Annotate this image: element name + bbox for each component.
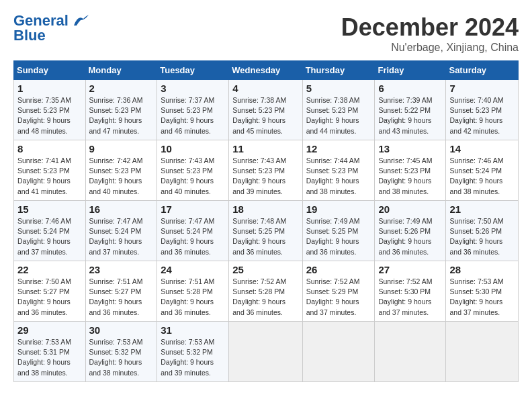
weekday-header-monday: Monday [85, 61, 157, 80]
day-detail: Sunrise: 7:38 AMSunset: 5:23 PMDaylight:… [232, 96, 286, 135]
day-number: 31 [161, 324, 225, 336]
day-detail: Sunrise: 7:52 AMSunset: 5:28 PMDaylight:… [232, 277, 286, 316]
day-number: 18 [232, 203, 298, 215]
calendar-day-cell: 11 Sunrise: 7:43 AMSunset: 5:23 PMDaylig… [229, 140, 302, 201]
calendar-week-row: 22 Sunrise: 7:50 AMSunset: 5:27 PMDaylig… [14, 261, 519, 322]
calendar-day-cell: 28 Sunrise: 7:53 AMSunset: 5:30 PMDaylig… [446, 261, 519, 322]
calendar-day-cell: 2 Sunrise: 7:36 AMSunset: 5:23 PMDayligh… [85, 80, 157, 140]
weekday-header-saturday: Saturday [446, 61, 519, 80]
calendar-day-cell: 23 Sunrise: 7:51 AMSunset: 5:27 PMDaylig… [85, 261, 157, 322]
calendar-day-cell: 9 Sunrise: 7:42 AMSunset: 5:23 PMDayligh… [85, 140, 157, 201]
day-number: 28 [449, 264, 515, 275]
weekday-header-sunday: Sunday [14, 61, 86, 80]
day-detail: Sunrise: 7:53 AMSunset: 5:31 PMDaylight:… [17, 338, 71, 377]
location-title: Nu'erbage, Xinjiang, China [341, 42, 519, 54]
day-number: 23 [89, 264, 154, 275]
calendar-day-cell: 4 Sunrise: 7:38 AMSunset: 5:23 PMDayligh… [229, 80, 302, 140]
day-number: 25 [232, 264, 298, 275]
day-number: 24 [161, 264, 225, 275]
calendar-day-cell: 22 Sunrise: 7:50 AMSunset: 5:27 PMDaylig… [14, 261, 86, 322]
day-number: 8 [17, 143, 82, 154]
day-detail: Sunrise: 7:48 AMSunset: 5:25 PMDaylight:… [232, 217, 286, 256]
day-number: 16 [89, 203, 154, 215]
day-detail: Sunrise: 7:53 AMSunset: 5:30 PMDaylight:… [449, 277, 503, 316]
calendar-day-cell: 10 Sunrise: 7:43 AMSunset: 5:23 PMDaylig… [157, 140, 229, 201]
calendar-day-cell: 30 Sunrise: 7:53 AMSunset: 5:32 PMDaylig… [85, 322, 157, 382]
day-number: 15 [17, 203, 82, 215]
calendar-day-cell [375, 322, 446, 382]
day-detail: Sunrise: 7:40 AMSunset: 5:23 PMDaylight:… [449, 96, 503, 135]
day-number: 11 [232, 143, 298, 154]
day-detail: Sunrise: 7:37 AMSunset: 5:23 PMDaylight:… [161, 96, 214, 135]
calendar-week-row: 29 Sunrise: 7:53 AMSunset: 5:31 PMDaylig… [14, 322, 519, 382]
header: General Blue December 2024 Nu'erbage, Xi… [13, 13, 519, 54]
calendar-day-cell: 17 Sunrise: 7:47 AMSunset: 5:24 PMDaylig… [157, 201, 229, 261]
day-number: 7 [449, 83, 515, 94]
calendar-day-cell: 1 Sunrise: 7:35 AMSunset: 5:23 PMDayligh… [14, 80, 86, 140]
day-number: 13 [378, 143, 442, 154]
calendar-day-cell: 27 Sunrise: 7:52 AMSunset: 5:30 PMDaylig… [375, 261, 446, 322]
day-detail: Sunrise: 7:42 AMSunset: 5:23 PMDaylight:… [89, 156, 143, 195]
calendar-day-cell: 16 Sunrise: 7:47 AMSunset: 5:24 PMDaylig… [85, 201, 157, 261]
calendar-week-row: 15 Sunrise: 7:46 AMSunset: 5:24 PMDaylig… [14, 201, 519, 261]
day-detail: Sunrise: 7:46 AMSunset: 5:24 PMDaylight:… [449, 156, 503, 195]
day-detail: Sunrise: 7:53 AMSunset: 5:32 PMDaylight:… [89, 338, 143, 377]
day-detail: Sunrise: 7:46 AMSunset: 5:24 PMDaylight:… [17, 217, 71, 256]
calendar-week-row: 8 Sunrise: 7:41 AMSunset: 5:23 PMDayligh… [14, 140, 519, 201]
day-detail: Sunrise: 7:43 AMSunset: 5:23 PMDaylight:… [161, 156, 214, 195]
calendar-day-cell: 31 Sunrise: 7:53 AMSunset: 5:32 PMDaylig… [157, 322, 229, 382]
day-detail: Sunrise: 7:36 AMSunset: 5:23 PMDaylight:… [89, 96, 143, 135]
day-detail: Sunrise: 7:52 AMSunset: 5:30 PMDaylight:… [378, 277, 432, 316]
calendar-day-cell: 21 Sunrise: 7:50 AMSunset: 5:26 PMDaylig… [446, 201, 519, 261]
calendar-day-cell: 14 Sunrise: 7:46 AMSunset: 5:24 PMDaylig… [446, 140, 519, 201]
calendar-day-cell: 13 Sunrise: 7:45 AMSunset: 5:23 PMDaylig… [375, 140, 446, 201]
weekday-header-friday: Friday [375, 61, 446, 80]
calendar-day-cell: 19 Sunrise: 7:49 AMSunset: 5:25 PMDaylig… [302, 201, 375, 261]
day-number: 17 [161, 203, 225, 215]
calendar-day-cell: 15 Sunrise: 7:46 AMSunset: 5:24 PMDaylig… [14, 201, 86, 261]
weekday-header-row: SundayMondayTuesdayWednesdayThursdayFrid… [14, 61, 519, 80]
calendar-day-cell: 29 Sunrise: 7:53 AMSunset: 5:31 PMDaylig… [14, 322, 86, 382]
calendar-day-cell: 25 Sunrise: 7:52 AMSunset: 5:28 PMDaylig… [229, 261, 302, 322]
weekday-header-thursday: Thursday [302, 61, 375, 80]
logo-blue: Blue [13, 28, 46, 43]
day-detail: Sunrise: 7:53 AMSunset: 5:32 PMDaylight:… [161, 338, 214, 377]
calendar-day-cell [446, 322, 519, 382]
day-number: 26 [306, 264, 371, 275]
day-number: 27 [378, 264, 442, 275]
day-number: 20 [378, 203, 442, 215]
day-detail: Sunrise: 7:49 AMSunset: 5:25 PMDaylight:… [306, 217, 360, 256]
day-detail: Sunrise: 7:50 AMSunset: 5:27 PMDaylight:… [17, 277, 71, 316]
day-number: 4 [232, 83, 298, 94]
day-number: 14 [449, 143, 515, 154]
month-title: December 2024 [341, 13, 519, 42]
day-number: 1 [17, 83, 82, 94]
calendar-day-cell: 8 Sunrise: 7:41 AMSunset: 5:23 PMDayligh… [14, 140, 86, 201]
day-detail: Sunrise: 7:50 AMSunset: 5:26 PMDaylight:… [449, 217, 503, 256]
day-detail: Sunrise: 7:49 AMSunset: 5:26 PMDaylight:… [378, 217, 432, 256]
day-detail: Sunrise: 7:43 AMSunset: 5:23 PMDaylight:… [232, 156, 286, 195]
calendar-day-cell: 3 Sunrise: 7:37 AMSunset: 5:23 PMDayligh… [157, 80, 229, 140]
calendar-table: SundayMondayTuesdayWednesdayThursdayFrid… [13, 60, 519, 382]
day-number: 5 [306, 83, 371, 94]
weekday-header-tuesday: Tuesday [157, 61, 229, 80]
day-number: 21 [449, 203, 515, 215]
calendar-week-row: 1 Sunrise: 7:35 AMSunset: 5:23 PMDayligh… [14, 80, 519, 140]
day-number: 2 [89, 83, 154, 94]
calendar-day-cell: 20 Sunrise: 7:49 AMSunset: 5:26 PMDaylig… [375, 201, 446, 261]
day-detail: Sunrise: 7:39 AMSunset: 5:22 PMDaylight:… [378, 96, 432, 135]
calendar-day-cell [229, 322, 302, 382]
logo-bird-icon [71, 13, 90, 28]
day-detail: Sunrise: 7:52 AMSunset: 5:29 PMDaylight:… [306, 277, 360, 316]
calendar-day-cell [302, 322, 375, 382]
day-number: 29 [17, 324, 82, 336]
day-detail: Sunrise: 7:51 AMSunset: 5:27 PMDaylight:… [89, 277, 143, 316]
day-detail: Sunrise: 7:35 AMSunset: 5:23 PMDaylight:… [17, 96, 71, 135]
weekday-header-wednesday: Wednesday [229, 61, 302, 80]
calendar-day-cell: 26 Sunrise: 7:52 AMSunset: 5:29 PMDaylig… [302, 261, 375, 322]
day-number: 3 [161, 83, 225, 94]
calendar-day-cell: 12 Sunrise: 7:44 AMSunset: 5:23 PMDaylig… [302, 140, 375, 201]
logo: General Blue [13, 13, 90, 43]
calendar-day-cell: 7 Sunrise: 7:40 AMSunset: 5:23 PMDayligh… [446, 80, 519, 140]
day-number: 22 [17, 264, 82, 275]
